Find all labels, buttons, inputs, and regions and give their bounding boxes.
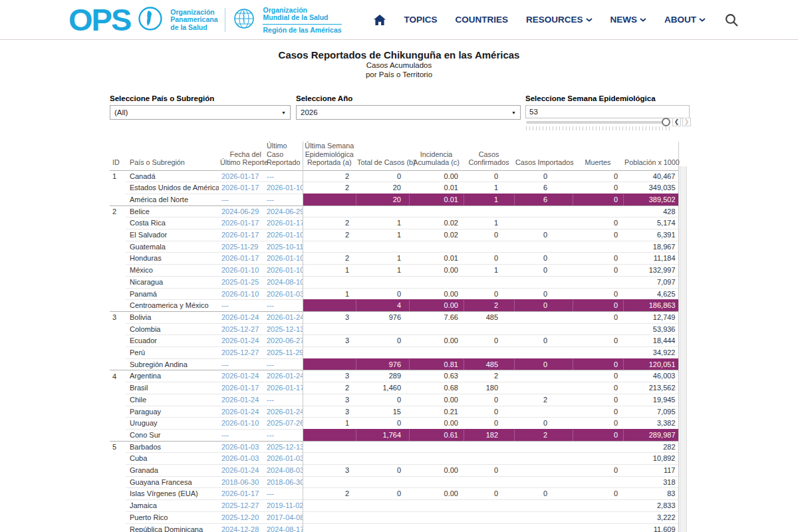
cell-total — [356, 453, 409, 465]
date-link[interactable]: 2026-01-10 — [267, 254, 303, 262]
paho-emblem-icon — [138, 6, 163, 34]
date-link[interactable]: --- — [221, 431, 229, 439]
date-link[interactable]: --- — [267, 172, 274, 180]
home-button[interactable] — [374, 15, 386, 25]
cell-ultimo-caso: --- — [264, 300, 303, 312]
col-header-fecha: Fecha del Último Reporte — [219, 142, 264, 170]
date-link[interactable]: 2017-04-08 — [267, 513, 303, 521]
date-link[interactable]: 2024-06-29 — [221, 207, 259, 215]
date-link[interactable]: 2026-01-17 — [221, 219, 259, 227]
date-link[interactable]: 2020-06-27 — [267, 336, 303, 344]
date-link[interactable]: 2026-01-24 — [221, 396, 259, 404]
date-link[interactable]: 2025-12-13 — [267, 443, 303, 451]
date-link[interactable]: 2025-01-25 — [221, 278, 259, 286]
date-link[interactable]: 2025-10-11 — [267, 243, 303, 251]
cell-id — [110, 418, 126, 430]
table-scrollbar[interactable] — [680, 166, 687, 532]
date-link[interactable]: 2026-01-10 — [221, 290, 259, 298]
date-link[interactable]: 2026-01-17 — [267, 384, 303, 392]
date-link[interactable]: 2026-01-17 — [221, 384, 259, 392]
logo-divider — [225, 8, 225, 32]
nav-item-topics[interactable]: TOPICS — [404, 15, 437, 25]
nav-item-countries[interactable]: COUNTRIES — [455, 15, 508, 25]
date-link[interactable]: 2018-06-30 — [221, 478, 259, 486]
date-link[interactable]: 2026-01-24 — [267, 313, 303, 321]
country-filter-dropdown[interactable]: (All) ▼ — [110, 105, 291, 120]
cell-incidencia: 0.02 — [409, 217, 464, 229]
cell-semana: 2 — [303, 170, 356, 182]
date-link[interactable]: 2026-01-10 — [267, 184, 303, 192]
date-link[interactable]: 2026-01-17 — [221, 254, 259, 262]
date-link[interactable]: 2026-01-03 — [267, 290, 303, 298]
date-link[interactable]: 2025-12-13 — [267, 325, 303, 333]
date-link[interactable]: 2026-01-03 — [221, 454, 259, 462]
date-link[interactable]: 2024-08-03 — [267, 466, 303, 474]
date-link[interactable]: 2026-01-24 — [221, 408, 259, 416]
date-link[interactable]: --- — [221, 196, 229, 203]
date-link[interactable]: 2026-01-10 — [267, 231, 303, 239]
date-link[interactable]: 2026-01-24 — [221, 336, 259, 344]
date-link[interactable]: 2026-01-17 — [221, 172, 259, 180]
week-filter-input[interactable] — [525, 105, 690, 118]
cell-incidencia — [409, 441, 464, 453]
date-link[interactable]: 2026-01-24 — [221, 313, 259, 321]
date-link[interactable]: 2025-07-26 — [267, 419, 303, 427]
cell-importados: 2 — [514, 394, 573, 406]
week-slider-handle[interactable] — [662, 118, 670, 126]
week-slider-prev-button[interactable]: ❮ — [672, 118, 681, 126]
date-link[interactable]: 2026-01-10 — [221, 266, 259, 274]
date-link[interactable]: 2019-11-02 — [267, 501, 303, 509]
date-link[interactable]: 2025-12-27 — [221, 325, 259, 333]
date-link[interactable]: --- — [267, 301, 274, 309]
cell-fecha: 2026-01-24 — [219, 406, 264, 418]
nav-item-resources[interactable]: RESOURCES — [526, 15, 593, 25]
date-link[interactable]: 2026-01-24 — [267, 372, 303, 380]
date-link[interactable]: 2026-01-03 — [267, 454, 303, 462]
cell-fecha: 2026-01-17 — [219, 170, 264, 182]
date-link[interactable]: 2026-01-24 — [221, 372, 259, 380]
nav-item-about[interactable]: ABOUT — [664, 15, 706, 25]
week-slider-track[interactable] — [526, 121, 666, 124]
week-slider-next-button[interactable]: ❯ — [682, 118, 691, 126]
date-link[interactable]: 2026-01-17 — [267, 219, 303, 227]
date-link[interactable]: 2025-11-29 — [267, 348, 303, 356]
paho-logo[interactable]: OPS Organización Panamericana de la Salu… — [68, 3, 342, 37]
date-link[interactable]: --- — [267, 489, 274, 497]
cell-incidencia: 0.00 — [409, 288, 464, 300]
cell-pais: Barbados — [126, 441, 219, 453]
date-link[interactable]: --- — [221, 360, 229, 368]
date-link[interactable]: 2026-01-17 — [221, 184, 259, 192]
date-link[interactable]: 2026-01-17 — [221, 231, 259, 239]
date-link[interactable]: 2025-12-27 — [221, 348, 259, 356]
date-link[interactable]: --- — [221, 301, 229, 309]
date-link[interactable]: 2024-06-29 — [267, 207, 303, 215]
date-link[interactable]: --- — [267, 396, 274, 404]
date-link[interactable]: --- — [267, 196, 274, 203]
cell-importados: 0 — [514, 229, 573, 241]
date-link[interactable]: 2025-11-29 — [221, 243, 258, 251]
cell-poblacion: 12,749 — [623, 311, 678, 323]
date-link[interactable]: 2026-01-24 — [221, 466, 259, 474]
date-link[interactable]: 2024-12-28 — [221, 525, 259, 532]
search-button[interactable] — [725, 13, 738, 27]
date-link[interactable]: --- — [267, 431, 274, 439]
nav-item-news[interactable]: NEWS — [610, 15, 647, 25]
chevron-down-icon — [640, 18, 646, 22]
date-link[interactable]: 2026-01-10 — [221, 419, 259, 427]
year-filter-dropdown[interactable]: 2026 ▼ — [296, 105, 521, 120]
date-link[interactable]: 2018-06-30 — [267, 478, 303, 486]
cell-fecha: 2026-01-10 — [219, 418, 264, 430]
cell-importados: 0 — [514, 265, 573, 277]
cell-fecha: 2026-01-17 — [219, 217, 264, 229]
date-link[interactable]: --- — [267, 360, 274, 368]
date-link[interactable]: 2026-01-03 — [221, 443, 259, 451]
cell-confirmados — [464, 511, 514, 523]
cell-pais: Guatemala — [126, 241, 219, 253]
date-link[interactable]: 2025-12-27 — [221, 501, 259, 509]
date-link[interactable]: 2025-12-20 — [221, 513, 259, 521]
date-link[interactable]: 2026-01-17 — [221, 489, 259, 497]
date-link[interactable]: 2026-01-10 — [267, 266, 303, 274]
date-link[interactable]: 2026-01-24 — [267, 408, 303, 416]
date-link[interactable]: 2024-08-17 — [267, 525, 303, 532]
date-link[interactable]: 2024-08-10 — [267, 278, 303, 286]
